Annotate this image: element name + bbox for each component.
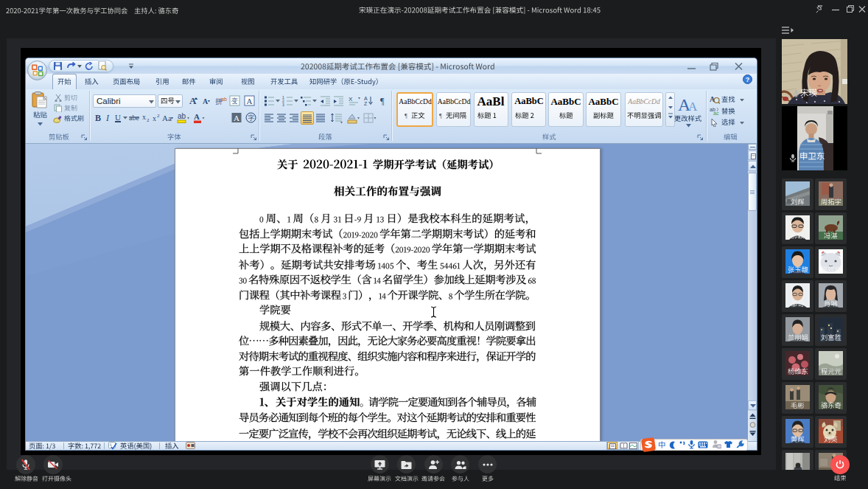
svg-text:变: 变 — [231, 97, 238, 105]
svg-text:A: A — [234, 114, 239, 122]
svg-text:¶: ¶ — [405, 113, 407, 119]
svg-text:U: U — [115, 113, 121, 122]
svg-text:ac: ac — [713, 111, 719, 115]
svg-text:Aa: Aa — [162, 114, 172, 122]
svg-text:x: x — [142, 113, 146, 121]
svg-text:A: A — [247, 97, 253, 105]
svg-text:?: ? — [746, 76, 750, 83]
svg-text:A: A — [688, 100, 698, 114]
svg-text:3: 3 — [282, 103, 284, 107]
svg-text:I: I — [105, 113, 110, 123]
svg-text:2: 2 — [157, 113, 160, 119]
svg-text:¶: ¶ — [380, 96, 385, 106]
svg-text:A: A — [364, 96, 368, 101]
svg-text:A: A — [189, 95, 197, 106]
svg-text:ab: ab — [178, 112, 186, 120]
svg-text:B: B — [95, 113, 101, 123]
svg-text:A: A — [203, 97, 209, 105]
svg-text:字: 字 — [248, 114, 255, 122]
svg-text:X: X — [349, 96, 353, 103]
svg-text:x: x — [153, 114, 156, 122]
svg-text:ab: ab — [221, 97, 227, 102]
svg-text:Z: Z — [364, 101, 368, 106]
svg-text:A: A — [194, 112, 200, 121]
svg-text:¶: ¶ — [439, 113, 442, 119]
svg-text:2: 2 — [147, 117, 150, 123]
